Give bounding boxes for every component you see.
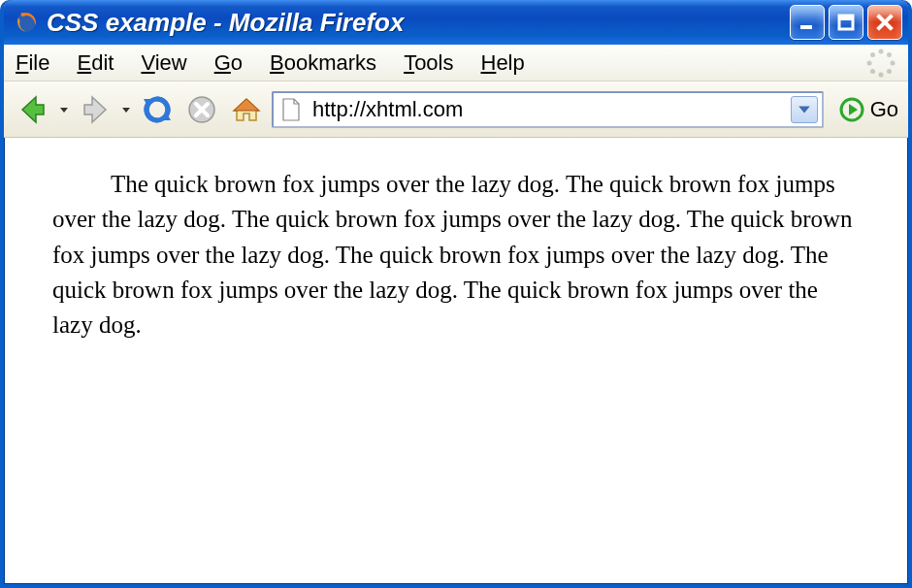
svg-rect-3 [839, 16, 853, 20]
firefox-icon [14, 10, 39, 35]
go-label: Go [870, 97, 898, 122]
svg-point-8 [879, 72, 884, 77]
body-paragraph: The quick brown fox jumps over the lazy … [52, 167, 860, 343]
menu-tools[interactable]: Tools [404, 50, 453, 76]
forward-history-dropdown[interactable] [120, 90, 132, 129]
activity-indicator-icon [865, 48, 896, 79]
close-button[interactable] [867, 5, 902, 40]
menu-bookmarks[interactable]: Bookmarks [270, 50, 376, 76]
svg-point-9 [870, 69, 875, 74]
back-button[interactable] [14, 90, 52, 129]
browser-window: CSS example - Mozilla Firefox File Edit … [0, 0, 912, 588]
svg-point-7 [887, 69, 892, 74]
menu-help[interactable]: Help [480, 50, 524, 76]
navigation-toolbar: Go [4, 82, 908, 138]
maximize-button[interactable] [829, 5, 863, 40]
page-icon [281, 98, 301, 121]
go-button[interactable]: Go [839, 97, 898, 122]
minimize-button[interactable] [790, 5, 825, 40]
svg-point-5 [887, 52, 892, 57]
page-content: The quick brown fox jumps over the lazy … [4, 138, 908, 362]
back-history-dropdown[interactable] [58, 90, 70, 129]
stop-button[interactable] [182, 90, 221, 129]
svg-point-10 [867, 60, 872, 65]
svg-point-11 [870, 52, 875, 57]
go-icon [839, 97, 864, 122]
menu-bar: File Edit View Go Bookmarks Tools Help [4, 45, 908, 82]
menu-go[interactable]: Go [214, 50, 243, 76]
forward-button[interactable] [76, 90, 114, 129]
window-title: CSS example - Mozilla Firefox [47, 8, 790, 38]
home-button[interactable] [227, 90, 266, 129]
svg-rect-1 [800, 25, 812, 29]
menu-edit[interactable]: Edit [77, 50, 114, 76]
svg-point-6 [891, 60, 896, 65]
menu-file[interactable]: File [16, 50, 49, 76]
window-controls [790, 5, 902, 40]
menu-view[interactable]: View [141, 50, 186, 76]
url-history-dropdown[interactable] [791, 96, 818, 123]
address-bar[interactable] [272, 91, 824, 128]
url-input[interactable] [310, 96, 785, 123]
svg-point-4 [879, 49, 884, 53]
title-bar[interactable]: CSS example - Mozilla Firefox [4, 0, 908, 45]
reload-button[interactable] [138, 90, 177, 129]
